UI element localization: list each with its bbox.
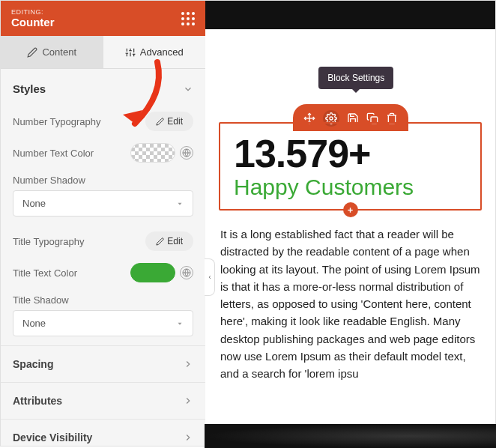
- title-typography-row: Title Typography Edit: [1, 225, 205, 257]
- caret-down-icon: [176, 320, 184, 327]
- device-visibility-section[interactable]: Device Visibility: [1, 419, 205, 446]
- pencil-icon: [156, 237, 164, 246]
- tab-content[interactable]: Content: [1, 36, 103, 68]
- collapse-sidebar-handle[interactable]: [205, 258, 215, 296]
- svg-point-17: [330, 117, 333, 120]
- title-text-color-row: Title Text Color: [1, 257, 205, 288]
- pencil-icon: [27, 47, 37, 58]
- svg-marker-11: [178, 202, 182, 205]
- svg-marker-14: [178, 322, 182, 324]
- sliders-icon: [125, 47, 136, 58]
- tab-advanced[interactable]: Advanced: [103, 36, 206, 68]
- caret-down-icon: [176, 200, 184, 208]
- number-typography-row: Number Typography Edit: [1, 106, 205, 137]
- chevron-right-icon: [183, 359, 193, 369]
- title-typography-edit-button[interactable]: Edit: [145, 231, 193, 251]
- chevron-right-icon: [183, 396, 193, 406]
- tabs: Content Advanced: [1, 36, 205, 69]
- body-text: It is a long established fact that a rea…: [219, 225, 482, 382]
- number-typography-edit-button[interactable]: Edit: [145, 112, 193, 131]
- preview-area: Block Settings 13.579+ Happy Customers I…: [205, 1, 495, 446]
- sidebar: EDITING: Counter Content Advanced Styles: [1, 1, 205, 446]
- counter-block[interactable]: 13.579+ Happy Customers: [219, 122, 482, 211]
- plus-icon: [346, 206, 354, 214]
- styles-section-header[interactable]: Styles: [1, 69, 205, 106]
- number-shadow-label: Number Shadow: [1, 169, 205, 190]
- chevron-down-icon: [183, 84, 193, 94]
- spacing-section[interactable]: Spacing: [1, 345, 205, 382]
- title-shadow-label: Title Shadow: [1, 288, 205, 310]
- editing-title: Counter: [11, 16, 55, 28]
- grid-icon[interactable]: [181, 12, 195, 25]
- preview-header-bar: [205, 1, 495, 29]
- editor-header: EDITING: Counter: [1, 1, 205, 36]
- pencil-icon: [156, 118, 164, 126]
- add-block-button[interactable]: [343, 202, 358, 217]
- chevron-right-icon: [183, 432, 193, 443]
- attributes-section[interactable]: Attributes: [1, 382, 205, 419]
- title-shadow-select[interactable]: None: [13, 310, 193, 336]
- counter-title: Happy Customers: [234, 175, 467, 200]
- counter-number: 13.579+: [234, 134, 467, 173]
- chevron-left-icon: [207, 273, 213, 282]
- editing-label: EDITING:: [11, 8, 55, 16]
- number-text-color-row: Number Text Color: [1, 137, 205, 169]
- globe-icon[interactable]: [180, 146, 193, 160]
- block-settings-tooltip: Block Settings: [318, 67, 393, 89]
- title-text-color-swatch[interactable]: [130, 263, 175, 282]
- number-shadow-select[interactable]: None: [13, 190, 193, 217]
- number-text-color-swatch[interactable]: [130, 143, 175, 163]
- globe-icon[interactable]: [180, 266, 193, 279]
- styles-title: Styles: [13, 82, 46, 95]
- preview-footer-bar: [205, 424, 496, 448]
- styles-panel: Styles Number Typography Edit Number Tex…: [1, 69, 205, 446]
